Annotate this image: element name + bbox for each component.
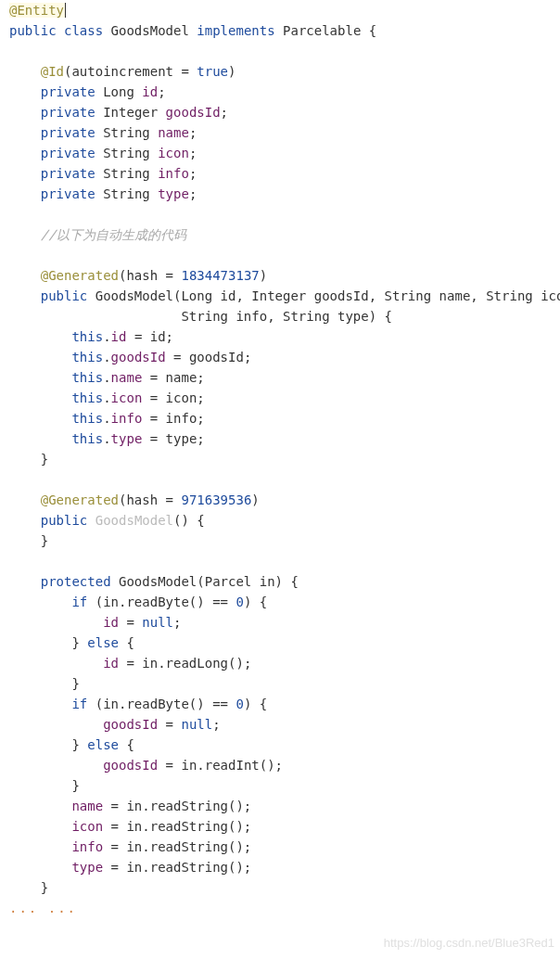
watermark-text: https://blog.csdn.net/Blue3Red1 (384, 933, 554, 953)
annotation-entity: @Entity (9, 3, 66, 18)
code-content: @Entity public class GoodsModel implemen… (0, 0, 560, 918)
comment-auto-generated: //以下为自动生成的代码 (41, 227, 186, 242)
code-editor[interactable]: @Entity public class GoodsModel implemen… (0, 0, 560, 959)
code-fold-ellipsis[interactable]: ... ... (9, 901, 77, 915)
